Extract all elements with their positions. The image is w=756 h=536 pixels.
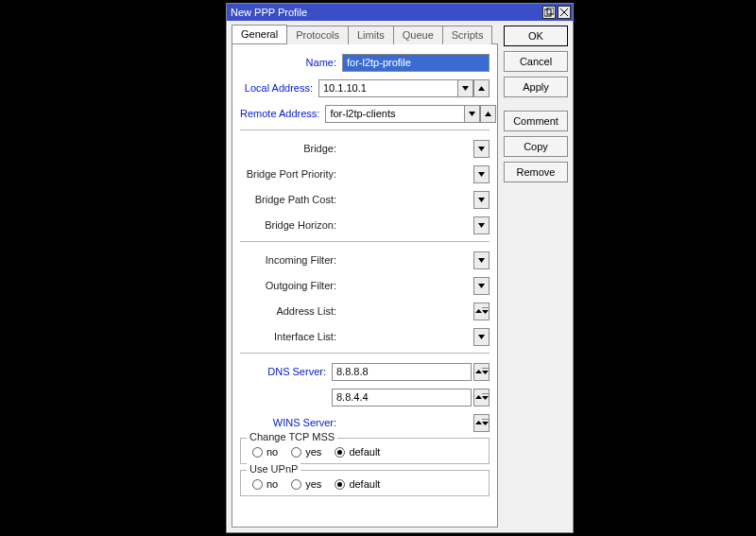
svg-marker-9 — [478, 172, 485, 177]
stepper-button[interactable] — [473, 389, 490, 406]
collapse-button[interactable] — [473, 79, 490, 97]
svg-marker-18 — [482, 371, 489, 374]
svg-marker-17 — [475, 370, 482, 373]
radio-tcp-mss-yes[interactable]: yes — [291, 446, 321, 458]
row-outgoing-filter: Outgoing Filter: — [240, 275, 490, 296]
svg-marker-22 — [482, 422, 489, 425]
titlebar: New PPP Profile — [227, 4, 573, 21]
remote-address-combo[interactable] — [325, 105, 480, 123]
tab-general[interactable]: General — [232, 25, 287, 43]
radio-upnp-yes[interactable]: yes — [291, 478, 321, 490]
row-interface-list: Interface List: — [240, 326, 490, 347]
tab-scripts[interactable]: Scripts — [442, 26, 493, 44]
expand-button[interactable] — [473, 328, 490, 346]
radios-change-tcp-mss: no yes default — [252, 444, 483, 458]
label-bridge: Bridge: — [240, 143, 342, 154]
window: New PPP Profile General Protocols Limits… — [226, 3, 574, 533]
remove-button[interactable]: Remove — [504, 162, 568, 182]
svg-marker-12 — [478, 258, 485, 263]
svg-marker-19 — [475, 395, 482, 399]
svg-marker-14 — [475, 309, 482, 313]
minimize-restore-button[interactable] — [542, 6, 556, 19]
svg-marker-16 — [478, 335, 485, 339]
group-use-upnp: Use UPnP no yes default — [240, 470, 490, 496]
titlebar-buttons — [542, 6, 571, 19]
row-remote-address: Remote Address: — [240, 103, 490, 124]
label-incoming-filter: Incoming Filter: — [240, 254, 342, 266]
label-address-list: Address List: — [240, 305, 342, 317]
row-incoming-filter: Incoming Filter: — [240, 250, 490, 270]
svg-marker-6 — [469, 112, 475, 116]
viewport: New PPP Profile General Protocols Limits… — [0, 0, 756, 536]
dns2-input[interactable] — [332, 389, 472, 406]
collapse-button[interactable] — [480, 105, 496, 123]
dropdown-button[interactable] — [457, 79, 473, 97]
window-title: New PPP Profile — [231, 4, 307, 21]
tab-limits[interactable]: Limits — [348, 26, 394, 44]
row-dns-server-1: DNS Server: — [240, 361, 490, 382]
svg-marker-20 — [482, 396, 489, 400]
separator — [240, 241, 490, 242]
legend-use-upnp: Use UPnP — [247, 463, 301, 475]
row-address-list: Address List: — [240, 301, 490, 321]
row-name: Name: — [240, 52, 490, 73]
svg-marker-21 — [475, 421, 482, 424]
label-bridge-path-cost: Bridge Path Cost: — [240, 194, 342, 205]
radio-tcp-mss-no[interactable]: no — [252, 446, 278, 458]
radio-tcp-mss-default[interactable]: default — [335, 446, 380, 458]
remote-address-input[interactable] — [325, 105, 464, 123]
expand-button[interactable] — [473, 165, 490, 183]
apply-button[interactable]: Apply — [504, 77, 568, 97]
row-bridge-path-cost: Bridge Path Cost: — [240, 189, 490, 210]
right-column: OK Cancel Apply Comment Copy Remove — [504, 25, 568, 527]
label-bridge-horizon: Bridge Horizon: — [240, 219, 342, 231]
name-input[interactable] — [342, 54, 490, 72]
ok-button[interactable]: OK — [504, 26, 568, 46]
tabpanel-general: Name: Local Address: — [232, 43, 498, 527]
expand-button[interactable] — [473, 277, 490, 295]
stepper-button[interactable] — [473, 303, 490, 320]
row-bridge-port-priority: Bridge Port Priority: — [240, 164, 490, 184]
expand-button[interactable] — [473, 251, 490, 269]
group-change-tcp-mss: Change TCP MSS no yes default — [240, 438, 490, 464]
expand-button[interactable] — [473, 216, 490, 234]
comment-button[interactable]: Comment — [504, 111, 568, 131]
label-remote-address: Remote Address: — [240, 108, 325, 119]
label-bridge-port-priority: Bridge Port Priority: — [240, 168, 342, 180]
cancel-button[interactable]: Cancel — [504, 51, 568, 72]
dropdown-button[interactable] — [464, 105, 480, 123]
label-wins-server: WINS Server: — [240, 417, 342, 428]
svg-marker-4 — [462, 86, 469, 91]
stepper-button[interactable] — [473, 363, 490, 381]
tab-queue[interactable]: Queue — [393, 26, 443, 44]
local-address-combo[interactable] — [318, 79, 473, 97]
expand-button[interactable] — [473, 140, 490, 158]
tab-protocols[interactable]: Protocols — [286, 26, 349, 44]
dns1-input[interactable] — [332, 363, 472, 381]
row-local-address: Local Address: — [240, 78, 490, 98]
svg-marker-11 — [478, 223, 485, 228]
radios-use-upnp: no yes default — [252, 476, 483, 490]
separator — [240, 130, 490, 130]
row-wins-server: WINS Server: — [240, 412, 490, 433]
label-dns-server: DNS Server: — [240, 366, 332, 377]
svg-marker-5 — [478, 86, 485, 91]
label-interface-list: Interface List: — [240, 331, 342, 342]
tabstrip: General Protocols Limits Queue Scripts — [232, 25, 498, 43]
label-local-address: Local Address: — [240, 82, 318, 94]
close-button[interactable] — [558, 6, 571, 19]
left-column: General Protocols Limits Queue Scripts N… — [232, 25, 498, 527]
legend-change-tcp-mss: Change TCP MSS — [247, 431, 337, 442]
radio-upnp-no[interactable]: no — [252, 478, 278, 490]
content: General Protocols Limits Queue Scripts N… — [227, 21, 573, 532]
stepper-button[interactable] — [473, 414, 490, 432]
row-dns-server-2 — [240, 387, 490, 407]
row-bridge: Bridge: — [240, 138, 490, 159]
copy-button[interactable]: Copy — [504, 136, 568, 157]
expand-button[interactable] — [473, 191, 490, 209]
local-address-input[interactable] — [318, 79, 457, 97]
row-bridge-horizon: Bridge Horizon: — [240, 215, 490, 235]
svg-marker-8 — [478, 147, 485, 151]
label-outgoing-filter: Outgoing Filter: — [240, 280, 342, 291]
radio-upnp-default[interactable]: default — [335, 478, 380, 490]
